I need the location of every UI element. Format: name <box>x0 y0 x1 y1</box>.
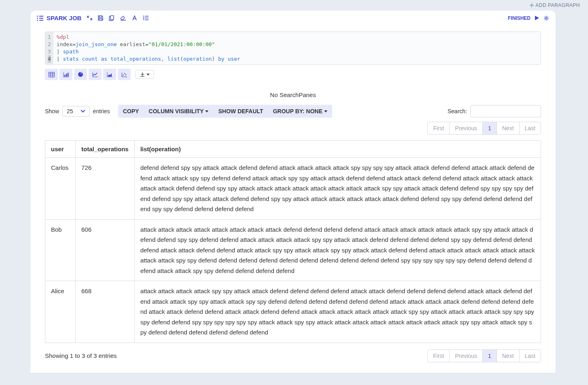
entries-label: entries <box>93 108 110 114</box>
visualization-toolbar <box>45 69 541 80</box>
area-chart-button[interactable] <box>103 69 116 80</box>
page-number-button[interactable]: 1 <box>482 349 497 362</box>
cell-total: 726 <box>76 158 135 220</box>
numbered-list-icon[interactable] <box>143 15 149 21</box>
code-editor[interactable]: 1 2 3 4 %dpl index=join_json_one earlies… <box>45 32 541 65</box>
svg-rect-4 <box>64 75 66 76</box>
svg-rect-6 <box>68 73 69 76</box>
cell-list: attack attack attack attack spy spy atta… <box>134 281 541 343</box>
code-content: %dpl index=join_json_one earliest="01/01… <box>53 32 244 64</box>
col-total[interactable]: total_operations <box>76 141 135 158</box>
bar-chart-button[interactable] <box>59 69 72 80</box>
svg-point-8 <box>122 74 123 76</box>
col-user[interactable]: user <box>45 141 76 158</box>
line-chart-button[interactable] <box>89 69 102 80</box>
pie-chart-button[interactable] <box>74 69 87 80</box>
table-view-button[interactable] <box>45 69 58 80</box>
cell-list: defend defend spy spy attack attack defe… <box>134 158 541 220</box>
header-toolbar <box>87 15 149 21</box>
column-visibility-button[interactable]: COLUMN VISIBILITY <box>144 105 213 118</box>
search-input[interactable] <box>470 105 541 117</box>
svg-rect-3 <box>49 72 54 77</box>
chevron-down-icon <box>81 110 85 113</box>
paragraph-list-icon <box>37 15 43 21</box>
collapse-icon[interactable] <box>87 15 92 21</box>
group-by-button[interactable]: GROUP BY: NONE <box>268 105 332 118</box>
show-label: Show <box>45 108 59 114</box>
table-controls: Show 25 entries COPY COLUMN VISIBILITY S… <box>30 105 556 118</box>
page-first-button[interactable]: First <box>427 349 450 362</box>
panel-title: SPARK JOB <box>47 15 81 21</box>
spark-job-panel: SPARK JOB FINISHED <box>30 11 556 373</box>
plus-icon <box>530 3 534 7</box>
caret-down-icon <box>146 74 150 76</box>
copy-icon[interactable] <box>109 15 115 21</box>
panel-header: SPARK JOB FINISHED <box>30 11 556 26</box>
page-length-value: 25 <box>67 108 73 114</box>
table-button-group: COPY COLUMN VISIBILITY SHOW DEFAULT GROU… <box>118 105 332 118</box>
table-row: Carlos 726 defend defend spy spy attack … <box>45 158 541 220</box>
table-info: Showing 1 to 3 of 3 entries <box>45 352 117 359</box>
page-last-button[interactable]: Last <box>519 122 541 135</box>
save-icon[interactable] <box>98 15 103 21</box>
svg-rect-1 <box>110 15 114 19</box>
pagination-top: First Previous 1 Next Last <box>427 122 541 135</box>
svg-point-2 <box>546 17 547 19</box>
table-header-row: user total_operations list(operation) <box>45 141 541 158</box>
page-first-button[interactable]: First <box>427 122 450 135</box>
no-searchpanes-label: No SearchPanes <box>30 84 556 105</box>
font-icon[interactable] <box>132 15 137 21</box>
results-table: user total_operations list(operation) Ca… <box>45 140 541 343</box>
cell-user: Alice <box>45 281 76 343</box>
panel-title-group: SPARK JOB <box>37 15 81 21</box>
show-default-button[interactable]: SHOW DEFAULT <box>213 105 268 118</box>
cell-total: 606 <box>76 219 135 281</box>
svg-point-10 <box>125 74 126 75</box>
search-label: Search: <box>448 108 467 114</box>
table-row: Bob 606 attack attack attack attack atta… <box>45 219 541 281</box>
caret-down-icon <box>324 110 327 112</box>
page-next-button[interactable]: Next <box>497 349 520 362</box>
status-label: FINISHED <box>508 15 531 21</box>
table-row: Alice 668 attack attack attack attack sp… <box>45 281 541 343</box>
cell-user: Carlos <box>45 158 76 220</box>
download-button[interactable] <box>136 70 154 79</box>
svg-point-9 <box>124 73 125 74</box>
pagination-bottom: First Previous 1 Next Last <box>427 349 541 362</box>
page-previous-button[interactable]: Previous <box>449 122 482 135</box>
cell-user: Bob <box>45 219 76 281</box>
page-last-button[interactable]: Last <box>519 349 541 362</box>
cell-list: attack attack attack attack attack attac… <box>134 219 541 281</box>
add-paragraph-label: ADD PARAGRAPH <box>535 2 580 8</box>
erase-icon[interactable] <box>120 15 126 21</box>
show-entries-control: Show 25 entries <box>45 106 110 116</box>
add-paragraph-button[interactable]: ADD PARAGRAPH <box>530 2 580 8</box>
run-button[interactable] <box>535 15 539 21</box>
page-number-button[interactable]: 1 <box>482 122 497 135</box>
col-list[interactable]: list(operation) <box>134 141 541 158</box>
code-gutter: 1 2 3 4 <box>45 32 53 64</box>
page-length-select[interactable]: 25 <box>62 106 90 116</box>
search-group: Search: <box>448 105 541 117</box>
page-next-button[interactable]: Next <box>497 122 520 135</box>
copy-button[interactable]: COPY <box>118 105 144 118</box>
page-previous-button[interactable]: Previous <box>449 349 482 362</box>
cell-total: 668 <box>76 281 135 343</box>
settings-button[interactable] <box>543 15 549 21</box>
scatter-chart-button[interactable] <box>118 69 131 80</box>
svg-rect-5 <box>66 74 67 76</box>
caret-down-icon <box>205 110 208 112</box>
